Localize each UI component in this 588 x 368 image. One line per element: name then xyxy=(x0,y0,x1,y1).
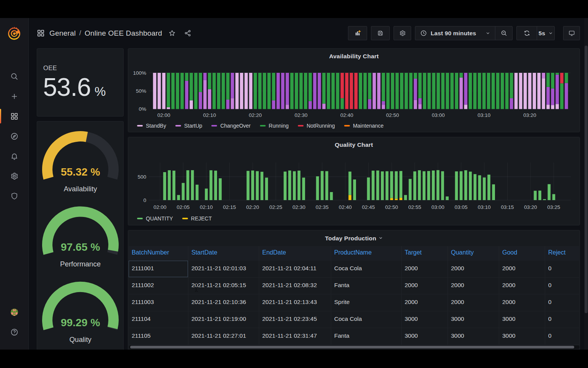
table-row-3[interactable]: 2111042021-11-21 02:19:002021-11-21 02:2… xyxy=(129,311,579,328)
table-cell[interactable]: 3000 xyxy=(402,311,448,328)
table-cell[interactable]: 2021-11-21 02:19:00 xyxy=(188,311,259,328)
table-cell[interactable]: Coca Cola xyxy=(331,311,402,328)
table-cell[interactable]: 3000 xyxy=(402,328,448,345)
column-header-enddate[interactable]: EndDate xyxy=(259,246,331,261)
table-cell[interactable]: 0 xyxy=(545,278,579,294)
table-cell[interactable]: 2021-11-21 02:05:15 xyxy=(188,278,259,294)
sidebar-item-create[interactable] xyxy=(0,86,29,106)
star-icon[interactable] xyxy=(168,30,176,37)
legend-item-standby[interactable]: StandBy xyxy=(137,123,166,129)
table-row-1[interactable]: 21110022021-11-21 02:05:152021-11-21 02:… xyxy=(129,278,579,294)
table-cell[interactable]: 2000 xyxy=(448,261,499,277)
table-row-4[interactable]: 2111052021-11-21 02:27:012021-11-21 02:3… xyxy=(129,328,579,345)
add-panel-button[interactable] xyxy=(348,26,367,40)
legend-item-changeover[interactable]: ChangeOver xyxy=(211,123,250,129)
table-cell[interactable]: 2021-11-21 02:10:36 xyxy=(188,294,259,311)
gauge-quality: 99.29 %Quality xyxy=(42,282,119,343)
table-cell[interactable]: Fanta xyxy=(331,328,402,345)
table-cell[interactable]: 3000 xyxy=(448,311,499,328)
legend-item-startup[interactable]: StartUp xyxy=(175,123,202,129)
chevron-down-icon[interactable] xyxy=(379,235,383,242)
column-header-quantity[interactable]: Quantity xyxy=(448,246,499,261)
table-cell[interactable]: 3000 xyxy=(499,311,545,328)
table-cell[interactable]: 2021-11-21 02:08:32 xyxy=(259,278,331,294)
table-cell[interactable]: 2000 xyxy=(448,294,499,311)
sidebar-item-dashboards[interactable] xyxy=(0,106,29,126)
refresh-interval-button[interactable]: 5s xyxy=(537,26,554,40)
page-vertical-scrollbar[interactable] xyxy=(584,18,588,350)
panel-title[interactable]: Today Production xyxy=(128,235,580,242)
bar-segment-changeover xyxy=(309,101,312,109)
table-row-2[interactable]: 21110032021-11-21 02:10:362021-11-21 02:… xyxy=(129,294,579,311)
dashboard-settings-button[interactable] xyxy=(394,26,411,40)
table-cell[interactable]: 2021-11-21 02:13:43 xyxy=(259,294,331,311)
table-cell[interactable]: Coca Cola xyxy=(331,261,402,277)
panel-title[interactable]: Quality Chart xyxy=(128,141,580,148)
chevron-down-icon xyxy=(549,31,553,35)
legend-item-maintenance[interactable]: Maintenance xyxy=(344,123,384,129)
table-cell[interactable]: 211104 xyxy=(129,311,188,328)
table-cell[interactable]: 2111002 xyxy=(129,278,188,294)
sidebar-item-alerting[interactable] xyxy=(0,146,29,166)
table-cell[interactable]: Sprite xyxy=(331,294,402,311)
table-cell[interactable]: 2000 xyxy=(402,261,448,277)
table-cell[interactable]: 211105 xyxy=(129,328,188,345)
table-horizontal-scrollbar[interactable] xyxy=(129,345,580,349)
table-cell[interactable]: 0 xyxy=(545,328,579,345)
table-cell[interactable]: 3000 xyxy=(448,328,499,345)
column-header-good[interactable]: Good xyxy=(499,246,545,261)
table-cell[interactable]: 2111003 xyxy=(129,294,188,311)
column-header-reject[interactable]: Reject xyxy=(545,246,579,261)
table-row-0[interactable]: 21110012021-11-21 02:01:032021-11-21 02:… xyxy=(129,261,579,278)
save-dashboard-button[interactable] xyxy=(371,26,390,40)
table-cell[interactable]: 0 xyxy=(545,311,579,328)
breadcrumb-folder[interactable]: General xyxy=(49,29,76,38)
table-cell[interactable]: Fanta xyxy=(331,278,402,294)
bar-segment-running xyxy=(446,73,449,109)
legend-label: Maintenance xyxy=(353,123,384,129)
table-cell[interactable]: 3000 xyxy=(499,328,545,345)
table-cell[interactable]: 2021-11-21 02:31:47 xyxy=(259,328,331,345)
table-cell[interactable]: 2000 xyxy=(448,278,499,294)
grafana-logo[interactable] xyxy=(0,22,29,44)
sidebar-item-user-avatar[interactable] xyxy=(0,302,29,322)
legend-item-quantity[interactable]: QUANTITY xyxy=(137,215,173,222)
column-header-batchnumber[interactable]: BatchNumber xyxy=(129,246,188,261)
x-axis-label: 02:20 xyxy=(249,112,262,118)
sidebar-item-configuration[interactable] xyxy=(0,166,29,186)
table-cell[interactable]: 0 xyxy=(545,294,579,311)
table-cell[interactable]: 2021-11-21 02:04:11 xyxy=(259,261,331,277)
table-cell[interactable]: 2021-11-21 02:27:01 xyxy=(188,328,259,345)
sidebar-item-server-admin[interactable] xyxy=(0,186,29,206)
scrollbar-thumb[interactable] xyxy=(130,346,574,348)
column-header-productname[interactable]: ProductName xyxy=(331,246,402,261)
legend-item-notrunning[interactable]: NotRunning xyxy=(298,123,335,129)
sidebar-item-search[interactable] xyxy=(0,66,29,86)
time-picker-button[interactable]: Last 90 minutes xyxy=(415,26,495,40)
bar-quantity xyxy=(173,171,176,200)
column-header-startdate[interactable]: StartDate xyxy=(188,246,259,261)
legend-item-running[interactable]: Running xyxy=(260,123,289,129)
table-cell-selected[interactable]: 2111001 xyxy=(129,261,188,277)
refresh-button[interactable] xyxy=(517,26,537,40)
table-cell[interactable]: 2021-11-21 02:01:03 xyxy=(188,261,259,277)
bar-segment-notrunning xyxy=(354,73,358,109)
table-cell[interactable]: 2000 xyxy=(402,278,448,294)
dashboard-title[interactable]: Online OEE Dashboard xyxy=(85,29,162,38)
sidebar-item-help[interactable] xyxy=(0,322,29,342)
panel-title[interactable]: Availability Chart xyxy=(128,53,580,60)
table-cell[interactable]: 2021-11-21 02:23:45 xyxy=(259,311,331,328)
column-header-target[interactable]: Target xyxy=(402,246,448,261)
tv-mode-button[interactable] xyxy=(563,26,580,40)
zoom-out-button[interactable] xyxy=(495,26,512,40)
table-cell[interactable]: 2000 xyxy=(499,261,545,277)
sidebar-item-explore[interactable] xyxy=(0,126,29,146)
table-cell[interactable]: 0 xyxy=(545,261,579,277)
table-cell[interactable]: 2000 xyxy=(402,294,448,311)
share-icon[interactable] xyxy=(184,30,191,37)
legend-item-reject[interactable]: REJECT xyxy=(182,215,212,222)
table-cell[interactable]: 2000 xyxy=(499,278,545,294)
scrollbar-thumb[interactable] xyxy=(585,46,588,313)
bar-segment-running xyxy=(492,73,495,109)
table-cell[interactable]: 2000 xyxy=(499,294,545,311)
